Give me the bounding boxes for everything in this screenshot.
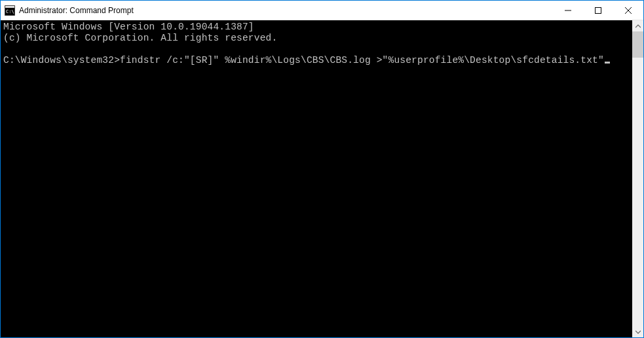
vertical-scrollbar[interactable] xyxy=(632,20,643,337)
cursor-icon xyxy=(605,62,610,64)
svg-rect-4 xyxy=(596,7,601,13)
terminal-output[interactable]: Microsoft Windows [Version 10.0.19044.13… xyxy=(1,20,632,337)
maximize-button[interactable] xyxy=(583,1,613,20)
window-title: Administrator: Command Prompt xyxy=(19,6,553,15)
prompt-text: C:\Windows\system32> xyxy=(3,55,120,66)
titlebar[interactable]: C:\ Administrator: Command Prompt xyxy=(1,1,643,20)
version-line: Microsoft Windows [Version 10.0.19044.13… xyxy=(3,22,632,33)
window-controls xyxy=(553,1,643,20)
cmd-icon: C:\ xyxy=(5,5,15,16)
command-line: C:\Windows\system32>findstr /c:"[SR]" %w… xyxy=(3,55,632,66)
scroll-thumb[interactable] xyxy=(632,31,643,58)
command-text: findstr /c:"[SR]" %windir%\Logs\CBS\CBS.… xyxy=(120,55,604,66)
scroll-up-button[interactable] xyxy=(632,20,643,31)
content-area: Microsoft Windows [Version 10.0.19044.13… xyxy=(1,20,643,337)
command-prompt-window: C:\ Administrator: Command Prompt Micros… xyxy=(0,0,644,338)
svg-rect-1 xyxy=(5,6,14,8)
blank-line xyxy=(3,44,632,55)
svg-text:C:\: C:\ xyxy=(6,9,14,14)
copyright-line: (c) Microsoft Corporation. All rights re… xyxy=(3,33,632,44)
close-button[interactable] xyxy=(613,1,643,20)
minimize-button[interactable] xyxy=(553,1,583,20)
scroll-track[interactable] xyxy=(632,31,643,326)
scroll-down-button[interactable] xyxy=(632,326,643,337)
